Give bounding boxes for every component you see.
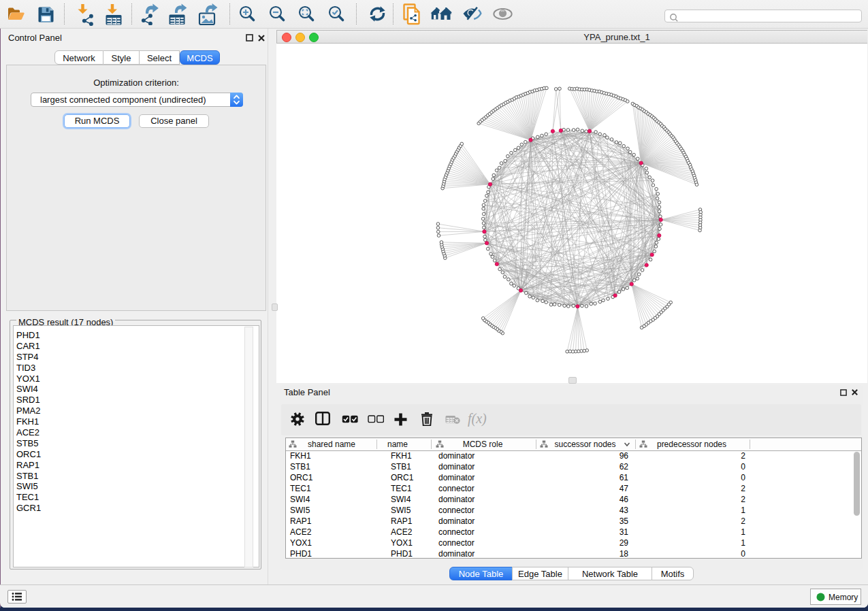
svg-text:f(x): f(x): [468, 411, 487, 427]
